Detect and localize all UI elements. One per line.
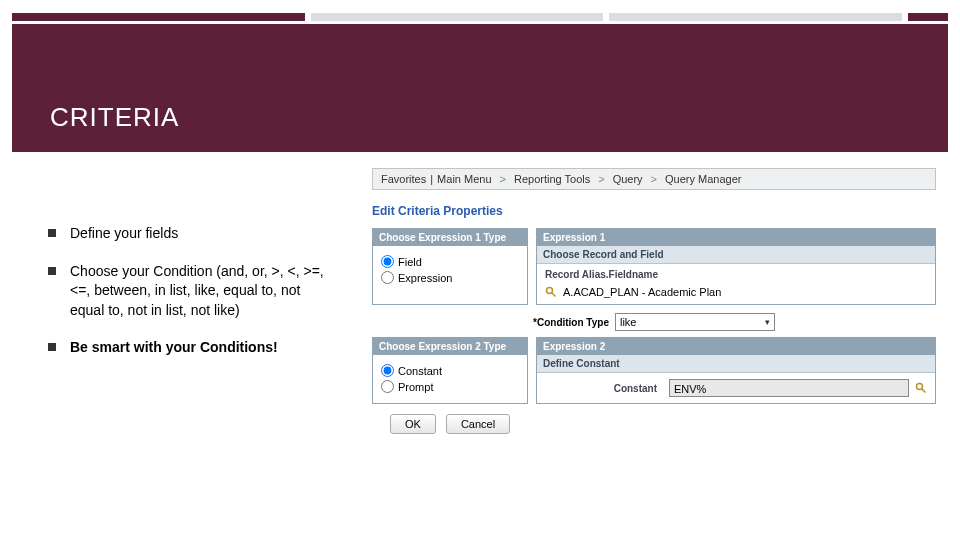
lookup-icon[interactable] (545, 286, 557, 298)
radio-label: Expression (398, 272, 452, 284)
bullet-text: Choose your Condition (and, or, >, <, >=… (70, 262, 328, 321)
page-title: CRITERIA (50, 102, 948, 133)
radio-input[interactable] (381, 364, 394, 377)
section-heading: Edit Criteria Properties (372, 204, 936, 218)
list-item: Be smart with your Conditions! (48, 338, 328, 358)
svg-point-2 (917, 384, 923, 390)
condition-type-select[interactable]: like ▾ (615, 313, 775, 331)
expr1-panel: Expression 1 Choose Record and Field Rec… (536, 228, 936, 305)
svg-line-3 (922, 389, 926, 393)
ok-button[interactable]: OK (390, 414, 436, 434)
nav-favorites[interactable]: Favorites (381, 173, 426, 185)
chevron-right-icon: > (651, 173, 657, 185)
radio-constant[interactable]: Constant (381, 364, 519, 377)
bullet-text: Define your fields (70, 224, 328, 244)
chevron-right-icon: > (500, 173, 506, 185)
bullet-icon (48, 229, 56, 237)
svg-line-1 (552, 293, 556, 297)
panel-header: Expression 1 (537, 229, 935, 246)
nav-query-manager[interactable]: Query Manager (665, 173, 741, 185)
constant-label: Constant (614, 383, 657, 394)
radio-label: Constant (398, 365, 442, 377)
screenshot-panel: Favorites | Main Menu > Reporting Tools … (372, 168, 936, 434)
expr1-type-panel: Choose Expression 1 Type Field Expressio… (372, 228, 528, 305)
nav-reporting[interactable]: Reporting Tools (514, 173, 590, 185)
radio-expression[interactable]: Expression (381, 271, 519, 284)
panel-header: Choose Expression 2 Type (373, 338, 527, 355)
lookup-icon[interactable] (915, 382, 927, 394)
top-accent-bar (12, 13, 948, 21)
radio-prompt[interactable]: Prompt (381, 380, 519, 393)
nav-query[interactable]: Query (613, 173, 643, 185)
radio-label: Prompt (398, 381, 433, 393)
nav-main-menu[interactable]: Main Menu (437, 173, 491, 185)
panel-header: Choose Expression 1 Type (373, 229, 527, 246)
nav-divider: | (430, 173, 433, 185)
radio-field[interactable]: Field (381, 255, 519, 268)
list-item: Define your fields (48, 224, 328, 244)
breadcrumb: Favorites | Main Menu > Reporting Tools … (372, 168, 936, 190)
radio-input[interactable] (381, 271, 394, 284)
panel-header: Expression 2 (537, 338, 935, 355)
button-row: OK Cancel (372, 414, 936, 434)
expr2-type-panel: Choose Expression 2 Type Constant Prompt (372, 337, 528, 404)
cancel-button[interactable]: Cancel (446, 414, 510, 434)
chevron-right-icon: > (598, 173, 604, 185)
svg-point-0 (547, 288, 553, 294)
condition-label: *Condition Type (533, 317, 609, 328)
radio-input[interactable] (381, 380, 394, 393)
bullet-list: Define your fields Choose your Condition… (48, 224, 328, 376)
panel-subheader: Define Constant (537, 355, 935, 373)
title-bar: CRITERIA (12, 24, 948, 152)
expr2-panel: Expression 2 Define Constant Constant EN… (536, 337, 936, 404)
chevron-down-icon: ▾ (765, 317, 770, 327)
radio-input[interactable] (381, 255, 394, 268)
constant-input[interactable]: ENV% (669, 379, 909, 397)
select-value: like (620, 316, 637, 328)
bullet-icon (48, 343, 56, 351)
condition-type-row: *Condition Type like ▾ (372, 313, 936, 331)
panel-subheader: Choose Record and Field (537, 246, 935, 264)
field-label: Record Alias.Fieldname (545, 269, 658, 280)
bullet-text: Be smart with your Conditions! (70, 338, 328, 358)
list-item: Choose your Condition (and, or, >, <, >=… (48, 262, 328, 321)
field-value: A.ACAD_PLAN - Academic Plan (563, 286, 721, 298)
bullet-icon (48, 267, 56, 275)
radio-label: Field (398, 256, 422, 268)
